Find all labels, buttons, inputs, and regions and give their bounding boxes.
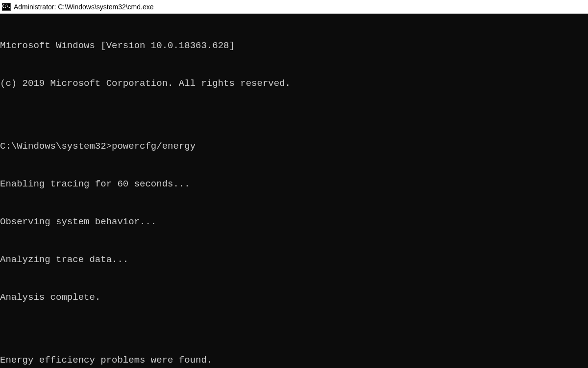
terminal-output[interactable]: Microsoft Windows [Version 10.0.18363.62… xyxy=(0,14,588,368)
terminal-line: Energy efficiency problems were found. xyxy=(0,354,588,367)
cmd-icon: C:\. xyxy=(2,3,11,11)
terminal-line: (c) 2019 Microsoft Corporation. All righ… xyxy=(0,78,588,90)
terminal-line: Observing system behavior... xyxy=(0,216,588,229)
window-titlebar[interactable]: C:\. Administrator: C:\Windows\system32\… xyxy=(0,0,588,14)
terminal-line: Enabling tracing for 60 seconds... xyxy=(0,178,588,191)
terminal-line: Microsoft Windows [Version 10.0.18363.62… xyxy=(0,40,588,53)
window-title: Administrator: C:\Windows\system32\cmd.e… xyxy=(14,3,154,11)
terminal-line: C:\Windows\system32>powercfg/energy xyxy=(0,140,588,153)
terminal-line: Analysis complete. xyxy=(0,291,588,304)
terminal-line: Analyzing trace data... xyxy=(0,254,588,266)
